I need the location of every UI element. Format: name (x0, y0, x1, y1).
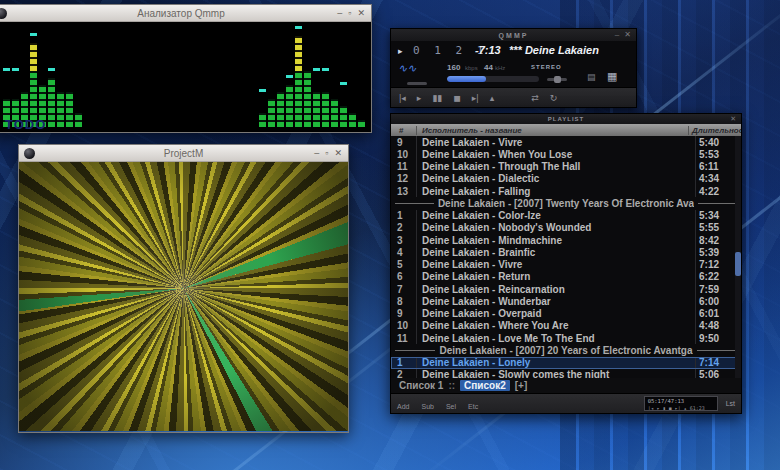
playlist-track-row[interactable]: 4Deine Lakaien - Brainfic5:39 (391, 246, 741, 258)
playlist-tab-bar: Список 1 :: Список2 [+] (391, 378, 741, 393)
playlist-scrollbar[interactable] (735, 136, 741, 378)
peak-marker (340, 82, 347, 85)
close-icon[interactable]: ✕ (357, 9, 365, 18)
player-display: ▸ 0 1 2 1 -7:13 *** Deine Lakaien ∿∿ 160… (391, 41, 636, 89)
playlist-sub-button[interactable]: Sub (421, 403, 433, 410)
next-button[interactable]: ▸| (472, 93, 479, 103)
spectrum-bar (286, 27, 293, 127)
playlist-group-separator[interactable]: Deine Lakaien - [2007] Twenty Years Of E… (391, 197, 741, 209)
track-title-marquee[interactable]: *** Deine Lakaien (509, 44, 599, 56)
peak-marker (286, 75, 293, 78)
spectrum-bar (30, 27, 37, 127)
playlist-track-row[interactable]: 8Deine Lakaien - Wunderbar6:00 (391, 295, 741, 307)
playlist-track-row[interactable]: 10Deine Lakaien - When You Lose5:53 (391, 148, 741, 160)
analyzer-window: Анализатор Qmmp – ▫ ✕ TODO (0, 4, 372, 133)
playlist-track-row[interactable]: 2Deine Lakaien - Slowly comes the night5… (391, 369, 741, 378)
tab-list-1[interactable]: Список 1 (399, 380, 443, 391)
playlist-track-row[interactable]: 11Deine Lakaien - Through The Hall6:11 (391, 161, 741, 173)
spectrum-bar (75, 27, 82, 127)
close-icon[interactable]: ✕ (624, 31, 631, 39)
playlist-bottom-bar: AddSubSelEtc 05:17/47:13 |◂ ▸ ▮ ◼ ▸| ▴ 6… (391, 393, 741, 413)
playlist-track-row[interactable]: 1Deine Lakaien - Color-Ize5:34 (391, 210, 741, 222)
peak-marker (313, 68, 320, 71)
balance-slider[interactable] (407, 82, 427, 85)
spectrum-bar (66, 27, 73, 127)
playlist-titlebar[interactable]: PLAYLIST ✕ (391, 114, 741, 124)
qmmp-main-window: QMMP – ✕ ▸ 0 1 2 1 -7:13 *** Deine Lakai… (390, 28, 637, 108)
column-header-title[interactable]: Исполнитель - название (417, 126, 689, 135)
playlist-toggle-icon[interactable]: ▦ (607, 70, 617, 83)
playlist-etc-button[interactable]: Etc (468, 403, 478, 410)
playlist-buttons: AddSubSelEtc (397, 395, 490, 413)
spectrum-bar (39, 27, 46, 127)
column-header-duration[interactable]: Длительность (689, 126, 741, 135)
playlist-rows: 9Deine Lakaien - Vivre5:4010Deine Lakaie… (391, 136, 741, 378)
playlist-track-row[interactable]: 6Deine Lakaien - Return6:22 (391, 271, 741, 283)
playlist-track-row[interactable]: 9Deine Lakaien - Vivre5:40 (391, 136, 741, 148)
minimize-icon[interactable]: – (314, 149, 319, 158)
playlist-window: PLAYLIST ✕ # Исполнитель - название Длит… (390, 113, 742, 414)
visualization-vignette (19, 162, 348, 431)
list-menu-button[interactable]: Lst (726, 400, 735, 407)
maximize-icon[interactable]: ▫ (325, 149, 328, 158)
playlist-track-row[interactable]: 5Deine Lakaien - Vivre7:12 (391, 259, 741, 271)
pause-button[interactable]: ▮▮ (432, 93, 442, 103)
channel-mode-indicator: STEREO (531, 64, 562, 70)
scrollbar-handle[interactable] (735, 252, 741, 276)
spectrum-bar (57, 27, 64, 127)
equalizer-toggle-icon[interactable]: ▤ (587, 72, 596, 82)
tab-list-2-active[interactable]: Список2 (460, 380, 510, 391)
seek-bar[interactable] (447, 76, 539, 82)
player-titlebar[interactable]: QMMP – ✕ (391, 29, 636, 41)
spectrum-bar (12, 27, 19, 127)
playlist-track-row[interactable]: 2Deine Lakaien - Nobody's Wounded5:55 (391, 222, 741, 234)
minimize-icon[interactable]: – (337, 9, 342, 18)
playlist-track-row[interactable]: 9Deine Lakaien - Overpaid6:01 (391, 308, 741, 320)
playlist-track-row[interactable]: 3Deine Lakaien - Mindmachine8:42 (391, 234, 741, 246)
spectrum-bar (358, 27, 365, 127)
spectrum-bar (268, 27, 275, 127)
playlist-track-row[interactable]: 10Deine Lakaien - Where You Are4:48 (391, 320, 741, 332)
peak-marker (30, 33, 37, 36)
maximize-icon[interactable]: ▫ (348, 9, 351, 18)
playlist-track-row[interactable]: 7Deine Lakaien - Reincarnation7:59 (391, 283, 741, 295)
playlist-add-button[interactable]: Add (397, 403, 409, 410)
spectrum-bar (48, 27, 55, 127)
peak-marker (259, 89, 266, 92)
volume-handle[interactable] (554, 76, 561, 83)
playlist-sel-button[interactable]: Sel (446, 403, 456, 410)
mini-transport-icons[interactable]: |◂ ▸ ▮ ◼ ▸| ▴ (648, 405, 687, 411)
player-window-title: QMMP (391, 32, 636, 39)
projectm-titlebar[interactable]: ProjectM – ▫ ✕ (19, 145, 348, 162)
watermark-text: TODO (5, 117, 46, 132)
peak-marker (295, 26, 302, 29)
playlist-track-row[interactable]: 11Deine Lakaien - Love Me To The End9:50 (391, 332, 741, 344)
mini-visualization[interactable]: ∿∿ (398, 63, 434, 76)
analyzer-left-channel (3, 27, 82, 127)
play-status-icon: ▸ (398, 46, 403, 56)
transport-bar: |◂▸▮▮◼▸|▴⇄↻ (391, 87, 636, 107)
minimize-icon[interactable]: – (615, 31, 619, 39)
samplerate-unit: kHz (495, 65, 505, 71)
add-playlist-tab-button[interactable]: [+] (515, 380, 528, 391)
spectrum-bar (313, 27, 320, 127)
playlist-group-separator[interactable]: Deine Lakaien - [2007] 20 Years of Elect… (391, 344, 741, 356)
stop-button[interactable]: ◼ (453, 93, 460, 103)
shuffle-button[interactable]: ⇄ (531, 93, 539, 103)
playlist-track-row-selected[interactable]: 1Deine Lakaien - Lonely7:14 (391, 357, 741, 369)
eject-button[interactable]: ▴ (490, 93, 495, 103)
close-icon[interactable]: ✕ (334, 149, 342, 158)
peak-marker (3, 68, 10, 71)
playlist-track-row[interactable]: 13Deine Lakaien - Falling4:22 (391, 185, 741, 197)
analyzer-titlebar[interactable]: Анализатор Qmmp – ▫ ✕ (0, 5, 371, 22)
previous-button[interactable]: |◂ (399, 93, 406, 103)
spectrum-bar (349, 27, 356, 127)
play-button[interactable]: ▸ (417, 93, 422, 103)
playlist-track-row[interactable]: 12Deine Lakaien - Dialectic4:34 (391, 173, 741, 185)
playlist-total-time: 61:23 (690, 405, 705, 411)
repeat-button[interactable]: ↻ (550, 93, 558, 103)
playlist-column-header: # Исполнитель - название Длительность (391, 124, 741, 136)
column-header-number[interactable]: # (391, 126, 417, 135)
close-icon[interactable]: ✕ (730, 115, 741, 123)
remaining-time-text: -7:13 (475, 44, 501, 56)
